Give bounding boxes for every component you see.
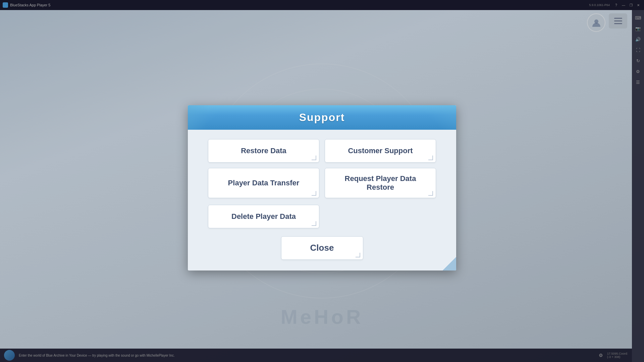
request-player-data-restore-button[interactable]: Request Player Data Restore — [325, 168, 436, 198]
close-button-wrapper: Close — [208, 236, 436, 260]
player-data-transfer-button[interactable]: Player Data Transfer — [208, 168, 319, 198]
button-grid-bottom: Delete Player Data — [208, 205, 436, 228]
delete-player-data-button[interactable]: Delete Player Data — [208, 205, 319, 228]
dialog-corner-decoration — [443, 257, 456, 270]
customer-support-button[interactable]: Customer Support — [325, 139, 436, 163]
restore-data-button[interactable]: Restore Data — [208, 139, 319, 163]
close-dialog-button[interactable]: Close — [281, 236, 363, 260]
dialog-header: Support — [188, 105, 456, 130]
support-dialog: Support Restore Data Customer Support Pl… — [188, 105, 456, 270]
dialog-body: Restore Data Customer Support Player Dat… — [188, 130, 456, 270]
dialog-title: Support — [299, 111, 345, 123]
button-grid-top: Restore Data Customer Support Player Dat… — [208, 139, 436, 198]
modal-overlay: Support Restore Data Customer Support Pl… — [0, 0, 644, 362]
